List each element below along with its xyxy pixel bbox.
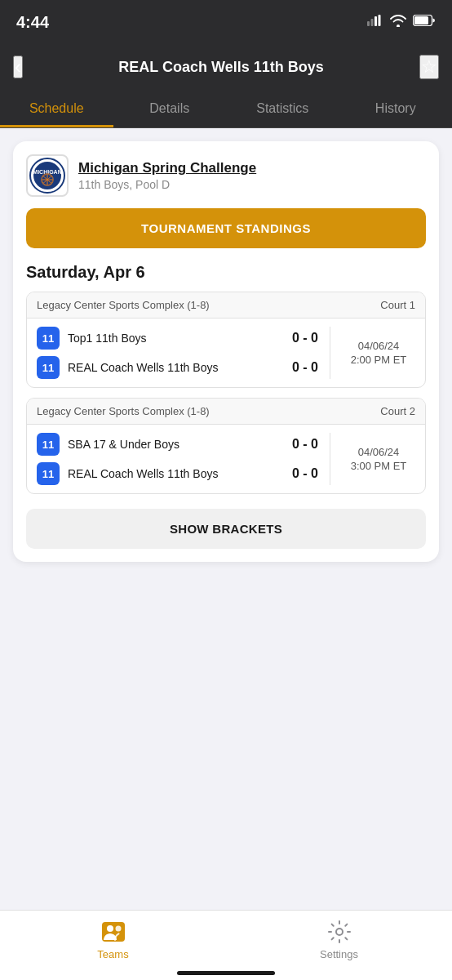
svg-rect-0 <box>367 21 370 26</box>
tournament-header: MICHIGAN Michigan Spring Challenge 11th … <box>26 154 426 197</box>
bottom-nav: Teams Settings <box>0 910 452 980</box>
game-2-time-text: 3:00 PM ET <box>351 460 407 472</box>
tournament-info: Michigan Spring Challenge 11th Boys, Poo… <box>78 160 256 191</box>
game-1-date: 04/06/24 <box>358 340 400 352</box>
game-1-time-text: 2:00 PM ET <box>351 354 407 366</box>
home-indicator <box>177 971 275 975</box>
game-1-header: Legacy Center Sports Complex (1-8) Court… <box>27 292 425 318</box>
table-row: 11 REAL Coach Wells 11th Boys 0 - 0 <box>37 462 318 485</box>
score-divider-2 <box>330 433 330 485</box>
teams-icon <box>100 919 126 945</box>
svg-point-14 <box>336 929 343 935</box>
app-header: ‹ REAL Coach Wells 11th Boys ☆ <box>0 44 452 90</box>
day-header: Saturday, Apr 6 <box>26 263 426 282</box>
team-3-name: SBA 17 & Under Boys <box>68 437 281 452</box>
team-4-badge: 11 <box>37 462 60 485</box>
nav-item-settings[interactable]: Settings <box>226 919 452 960</box>
tab-bar: Schedule Details Statistics History <box>0 90 452 128</box>
tab-schedule[interactable]: Schedule <box>0 90 113 127</box>
status-time: 4:44 <box>16 13 49 32</box>
team-2-name: REAL Coach Wells 11th Boys <box>68 360 281 375</box>
game-block-1: Legacy Center Sports Complex (1-8) Court… <box>26 292 426 388</box>
status-icons <box>367 15 436 30</box>
settings-icon <box>326 919 352 945</box>
team-2-score: 0 - 0 <box>289 360 318 375</box>
team-2-badge: 11 <box>37 356 60 379</box>
game-2-date: 04/06/24 <box>358 446 400 458</box>
game-1-teams: 11 Top1 11th Boys 0 - 0 11 REAL Coach We… <box>27 318 425 387</box>
game-1-teams-list: 11 Top1 11th Boys 0 - 0 11 REAL Coach We… <box>37 327 318 379</box>
tournament-standings-button[interactable]: TOURNAMENT STANDINGS <box>26 208 426 248</box>
team-4-name: REAL Coach Wells 11th Boys <box>68 466 281 481</box>
game-2-header: Legacy Center Sports Complex (1-8) Court… <box>27 399 425 425</box>
wifi-icon <box>390 15 406 30</box>
nav-label-teams: Teams <box>97 948 128 960</box>
table-row: 11 REAL Coach Wells 11th Boys 0 - 0 <box>37 356 318 379</box>
show-brackets-button[interactable]: SHOW BRACKETS <box>26 509 426 549</box>
tournament-card: MICHIGAN Michigan Spring Challenge 11th … <box>13 141 439 562</box>
table-row: 11 Top1 11th Boys 0 - 0 <box>37 327 318 350</box>
tournament-division: 11th Boys, Pool D <box>78 178 256 191</box>
nav-label-settings: Settings <box>320 948 358 960</box>
team-1-name: Top1 11th Boys <box>68 331 281 345</box>
game-2-teams-list: 11 SBA 17 & Under Boys 0 - 0 11 REAL Coa… <box>37 433 318 485</box>
svg-rect-3 <box>379 15 381 26</box>
battery-icon <box>413 15 436 29</box>
game-1-court: Court 1 <box>380 299 415 311</box>
nav-item-teams[interactable]: Teams <box>0 919 226 960</box>
game-2-venue: Legacy Center Sports Complex (1-8) <box>37 405 210 417</box>
svg-rect-2 <box>374 16 377 26</box>
favorite-button[interactable]: ☆ <box>419 55 439 79</box>
team-4-score: 0 - 0 <box>289 466 318 481</box>
team-1-badge: 11 <box>37 327 60 350</box>
team-3-score: 0 - 0 <box>289 437 318 452</box>
game-2-teams: 11 SBA 17 & Under Boys 0 - 0 11 REAL Coa… <box>27 425 425 493</box>
game-2-court: Court 2 <box>380 405 415 417</box>
score-divider <box>330 327 330 379</box>
game-1-venue: Legacy Center Sports Complex (1-8) <box>37 299 210 311</box>
svg-point-12 <box>107 925 113 932</box>
tournament-logo: MICHIGAN <box>26 154 69 197</box>
tab-details[interactable]: Details <box>113 90 227 127</box>
back-button[interactable]: ‹ <box>13 56 23 78</box>
header-title: REAL Coach Wells 11th Boys <box>36 59 406 76</box>
status-bar: 4:44 <box>0 0 452 44</box>
signal-icon <box>367 15 383 29</box>
team-3-badge: 11 <box>37 433 60 456</box>
svg-point-13 <box>115 926 121 932</box>
table-row: 11 SBA 17 & Under Boys 0 - 0 <box>37 433 318 456</box>
svg-rect-1 <box>371 19 374 26</box>
svg-rect-5 <box>414 16 428 24</box>
tab-statistics[interactable]: Statistics <box>226 90 339 127</box>
team-1-score: 0 - 0 <box>289 331 318 345</box>
game-2-time: 04/06/24 3:00 PM ET <box>342 433 415 485</box>
game-block-2: Legacy Center Sports Complex (1-8) Court… <box>26 398 426 494</box>
main-content: MICHIGAN Michigan Spring Challenge 11th … <box>0 128 452 863</box>
tournament-name[interactable]: Michigan Spring Challenge <box>78 160 256 176</box>
game-1-time: 04/06/24 2:00 PM ET <box>342 327 415 379</box>
tab-history[interactable]: History <box>339 90 453 127</box>
